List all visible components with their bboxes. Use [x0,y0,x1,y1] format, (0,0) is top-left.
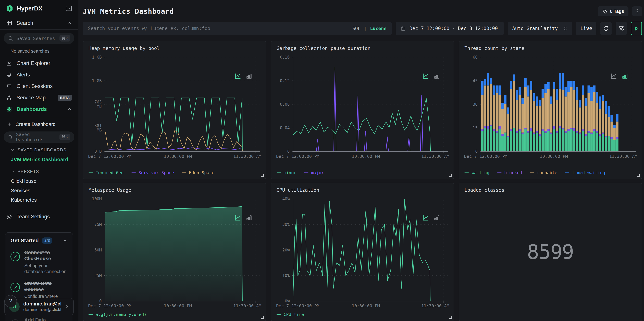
y-axis-labels: 604530150 [459,57,478,151]
toolbar: SQL | Lucene Dec 7 12:00:00 - Dec 8 12:0… [83,21,642,35]
refresh-button[interactable] [600,21,612,35]
user-name: dominic.tran@clic... [23,301,61,307]
bar-chart-toggle-icon[interactable] [621,73,628,80]
line-chart-toggle-icon[interactable] [422,73,429,80]
line-chart-toggle-icon[interactable] [610,73,617,80]
dashboard-sections: SAVED DASHBOARDSJVM Metrics DashboardPRE… [0,145,78,205]
bar-chart-toggle-icon[interactable] [246,214,252,221]
x-axis-labels: Dec 7 12:00:00 PM10:30:00 PM11:30:00 AM [293,154,448,160]
plot-area [105,57,260,151]
filter-button[interactable] [616,21,627,35]
legend-item: minor [276,170,296,175]
sidebar-item-service-map[interactable]: Service MapBETA [0,92,78,103]
x-tick-label: 10:30:00 PM [540,154,568,159]
sidebar-item-alerts[interactable]: Alerts [0,69,78,80]
sidebar-dashboard-item[interactable]: JVM Metrics Dashboard [0,155,78,164]
resize-handle[interactable] [637,174,640,177]
legend-swatch [497,172,502,173]
sidebar-item-team-settings[interactable]: Team Settings [0,210,78,223]
create-dashboard-button[interactable]: Create Dashboard [0,119,78,130]
sidebar-collapse-icon[interactable] [65,5,72,12]
legend-item: Survivor Space [132,170,174,175]
brand-row: HyperDX [0,0,78,17]
bar-chart-toggle-icon[interactable] [433,214,440,221]
help-label: ? [9,298,12,305]
play-button[interactable] [631,21,642,35]
dashboard-item-label: Services [11,188,30,193]
sidebar-dashboard-item[interactable]: Services [0,186,78,195]
x-axis-labels: Dec 7 12:00:00 PM10:30:00 PM11:30:00 AM [105,154,260,160]
get-started-item-desc: Set up your database connection [24,263,68,275]
resize-handle[interactable] [261,174,264,177]
sidebar-item-client-sessions[interactable]: Client Sessions [0,80,78,92]
get-started-item-body: Connect to ClickHouseSet up your databas… [24,250,68,275]
resize-handle[interactable] [261,316,264,319]
chart-legend: minormajor [276,170,324,175]
sidebar-item-label: Service Map [16,95,46,101]
sidebar-item-search[interactable]: Search [0,17,78,29]
chart-view-toggles [234,73,252,80]
legend-swatch [304,172,308,173]
chevron-up-icon[interactable] [67,107,72,112]
sidebar-dashboard-item[interactable]: Kubernetes [0,195,78,205]
y-axis-labels: 40%30%20%10%0% [271,199,291,301]
legend-label: waiting [472,170,489,175]
tags-button[interactable]: 0 Tags [598,6,628,16]
sql-toggle[interactable]: SQL [352,26,360,31]
live-button[interactable]: Live [576,21,596,35]
network-icon [6,95,12,101]
more-options-button[interactable] [632,6,642,16]
chevron-up-icon[interactable] [62,238,68,243]
legend-item: avg(jvm.memory.used) [88,312,146,317]
chart-icon [6,60,12,66]
x-tick-label: 11:30:00 AM [421,304,450,308]
page-title: JVM Metrics Dashboard [83,7,174,15]
y-tick-label: 1 GB [83,55,102,59]
line-chart-toggle-icon[interactable] [234,73,242,80]
get-started-item[interactable]: Connect to ClickHouseSet up your databas… [10,250,68,275]
get-started-item[interactable]: Add DataStart sending logs, metrics, or … [10,317,68,321]
legend-item: Eden Space [182,170,214,175]
legend-swatch [565,172,569,173]
time-range-picker[interactable]: Dec 7 12:00:00 - Dec 8 12:00:00 [396,21,504,35]
dashboard-item-label: JVM Metrics Dashboard [11,157,68,162]
legend-label: blocked [504,170,522,175]
y-tick-label: 1 GB [83,78,102,83]
plot-area [293,57,448,151]
tag-icon [602,9,607,14]
saved-dashboards-input[interactable]: Saved Dashboards ⌘K [4,131,74,143]
sidebar-item-dashboards[interactable]: Dashboards [0,103,78,115]
sidebar-dashboard-item[interactable]: ClickHouse [0,176,78,186]
y-tick-label: 0.12 [271,78,290,83]
line-chart-toggle-icon[interactable] [234,214,242,221]
chart-card: Garbage collection pause duration0.160.1… [271,41,454,179]
resize-handle[interactable] [449,174,452,177]
y-tick-label: 0 [459,149,478,154]
section-header[interactable]: PRESETS [0,167,78,176]
lucene-toggle[interactable]: Lucene [370,26,386,31]
search-input[interactable] [88,26,349,31]
bar-chart-toggle-icon[interactable] [433,73,440,80]
bar-chart-toggle-icon[interactable] [246,73,252,80]
app-root: HyperDX Search Saved Searches ⌘K No save… [0,0,644,321]
chart-title: Metaspace Usage [88,187,131,193]
help-button[interactable]: ? [4,295,17,308]
chart-view-toggles [234,214,252,221]
dashboard-header: JVM Metrics Dashboard 0 Tags [83,6,642,16]
saved-searches-input[interactable]: Saved Searches ⌘K [4,33,74,44]
chart-legend: waitingblockedrunnabletimed_waiting [464,170,605,175]
line-chart-toggle-icon[interactable] [422,214,429,221]
section-header[interactable]: SAVED DASHBOARDS [0,145,78,155]
chevron-up-icon[interactable] [66,20,72,26]
get-started-header[interactable]: Get Started 2/3 [10,238,68,244]
x-axis-labels: Dec 7 12:00:00 PM10:30:00 PM11:30:00 AM [481,154,636,160]
plot-area [481,57,636,151]
sidebar-item-chart-explorer[interactable]: Chart Explorer [0,57,78,69]
legend-swatch [464,172,469,173]
chevron-right-icon [65,304,69,309]
y-tick-label: 0% [271,299,290,303]
y-tick-label: 75M [83,222,102,227]
resize-handle[interactable] [449,316,452,319]
chart-card: Metaspace Usage100M75M50M25M0Dec 7 12:00… [83,183,266,321]
granularity-select[interactable]: Auto Granularity [508,21,572,35]
